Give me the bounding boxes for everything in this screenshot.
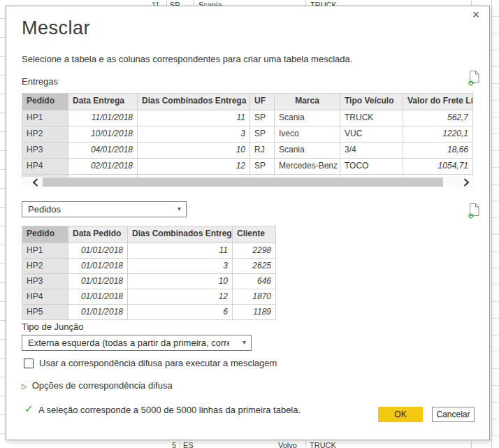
- table-cell[interactable]: RJ: [250, 143, 275, 159]
- table-cell[interactable]: 11: [128, 243, 233, 259]
- table-cell[interactable]: 01/01/2018: [68, 243, 128, 259]
- horizontal-scrollbar[interactable]: [22, 177, 474, 188]
- column-header[interactable]: Data Pedido: [68, 226, 128, 243]
- grid-line: [166, 0, 167, 6]
- table-cell[interactable]: 10: [138, 143, 250, 159]
- merge-dialog: × Mesclar Selecione a tabela e as coluna…: [6, 6, 490, 440]
- column-header[interactable]: Pedido: [22, 94, 68, 110]
- background-cell: TRUCK: [310, 1, 337, 6]
- table-cell[interactable]: 02/01/2018: [68, 159, 138, 175]
- background-cell: ES: [183, 441, 194, 448]
- first-table-label: Entregas: [22, 76, 58, 87]
- dialog-title: Mesclar: [22, 17, 90, 39]
- column-header[interactable]: Marca: [275, 94, 340, 110]
- refresh-preview-icon[interactable]: ⟳: [469, 203, 483, 219]
- column-header[interactable]: Dias Combinados Entrega: [128, 226, 233, 243]
- background-table-row-top: 11 SP Scania TRUCK: [0, 0, 499, 6]
- table-cell[interactable]: TRUCK: [340, 110, 403, 127]
- table-cell[interactable]: 11/01/2018: [68, 110, 138, 127]
- table-row: HP401/01/2018121870: [22, 289, 276, 305]
- column-header[interactable]: Dias Combinados Entrega: [138, 94, 250, 110]
- scroll-left-icon[interactable]: [31, 178, 40, 187]
- table-cell[interactable]: HP3: [22, 274, 68, 289]
- column-header[interactable]: Valor do Frete Líquido: [403, 94, 473, 110]
- table-cell[interactable]: 12: [128, 289, 233, 305]
- table-row: HP501/01/201861189: [22, 305, 276, 320]
- table-cell[interactable]: 18,66: [403, 143, 473, 159]
- join-kind-dropdown[interactable]: Externa esquerda (todas a partir da prim…: [22, 335, 252, 351]
- dialog-subtitle: Selecione a tabela e as colunas correspo…: [22, 54, 352, 64]
- table-cell[interactable]: Scania: [275, 110, 340, 127]
- background-grid-right: [491, 0, 499, 448]
- table-cell[interactable]: 1054,71: [403, 159, 473, 175]
- fuzzy-merge-checkbox[interactable]: [24, 359, 34, 368]
- table-cell[interactable]: 01/01/2018: [68, 259, 128, 274]
- fuzzy-options-label: Opções de correspondência difusa: [32, 380, 173, 391]
- table-cell[interactable]: 3/4: [340, 143, 403, 159]
- grid-line: [305, 441, 306, 448]
- column-header[interactable]: Tipo Veículo: [340, 94, 403, 110]
- table-cell[interactable]: 6: [128, 305, 233, 320]
- cancel-button[interactable]: Cancelar: [432, 407, 475, 422]
- table-cell[interactable]: HP2: [22, 127, 68, 143]
- column-header[interactable]: Data Entrega: [68, 94, 138, 110]
- refresh-arrows-icon: ⟳: [468, 80, 475, 87]
- table-cell[interactable]: 01/01/2018: [68, 274, 128, 289]
- column-header[interactable]: Pedido: [22, 226, 68, 243]
- table-cell[interactable]: 2625: [233, 259, 276, 274]
- table-cell[interactable]: SP: [250, 159, 275, 175]
- table-cell[interactable]: SP: [250, 127, 275, 143]
- table-cell[interactable]: HP1: [22, 110, 68, 127]
- chevron-right-icon: ▷: [22, 382, 27, 390]
- ok-button[interactable]: OK: [378, 407, 423, 422]
- background-grid-left: [0, 0, 6, 448]
- scrollbar-thumb[interactable]: [43, 178, 443, 187]
- table-cell[interactable]: 646: [233, 274, 276, 289]
- table-cell[interactable]: Mercedes-Benz: [275, 159, 340, 175]
- pedidos-table-preview: PedidoData PedidoDias Combinados Entrega…: [22, 226, 276, 320]
- table-cell[interactable]: 10/01/2018: [68, 127, 138, 143]
- table-cell[interactable]: 2298: [233, 243, 276, 259]
- table-cell[interactable]: Iveco: [275, 127, 340, 143]
- table-cell[interactable]: 562,7: [403, 110, 473, 127]
- table-cell[interactable]: 3: [138, 127, 250, 143]
- table-cell[interactable]: 3: [128, 259, 233, 274]
- grid-line: [194, 0, 194, 6]
- column-header[interactable]: UF: [250, 94, 275, 110]
- background-cell: 5: [172, 441, 176, 448]
- scroll-right-icon[interactable]: [462, 178, 470, 187]
- background-cell: Volvo: [278, 441, 297, 448]
- table-cell[interactable]: Scania: [275, 143, 340, 159]
- refresh-preview-icon[interactable]: ⟳: [469, 70, 483, 87]
- table-cell[interactable]: 1220,1: [403, 127, 473, 143]
- column-header[interactable]: Cliente: [233, 226, 276, 243]
- fuzzy-options-expander[interactable]: ▷Opções de correspondência difusa: [22, 380, 173, 391]
- table-cell[interactable]: 1189: [233, 305, 276, 320]
- table-cell[interactable]: 10: [128, 274, 233, 289]
- table-cell[interactable]: 01/01/2018: [68, 305, 128, 320]
- table-cell[interactable]: TOCO: [340, 159, 403, 175]
- table-cell[interactable]: HP1: [22, 243, 68, 259]
- table-cell[interactable]: HP3: [22, 143, 68, 159]
- table-row: HP301/01/201810646: [22, 274, 276, 289]
- table-cell[interactable]: 01/01/2018: [68, 289, 128, 305]
- join-kind-label: Tipo de Junção: [22, 321, 83, 332]
- table-cell[interactable]: HP4: [22, 159, 68, 175]
- table-cell[interactable]: HP4: [22, 289, 68, 305]
- table-cell[interactable]: HP2: [22, 259, 68, 274]
- dropdown-value: Pedidos: [28, 204, 61, 215]
- background-cell: Scania: [198, 1, 222, 6]
- grid-line: [180, 441, 180, 448]
- table-cell[interactable]: VUC: [340, 127, 403, 143]
- table-row: HP210/01/20183SPIvecoVUC1220,1: [22, 127, 474, 143]
- close-icon[interactable]: ×: [469, 8, 483, 22]
- chevron-down-icon: ▾: [243, 338, 246, 346]
- table-select-dropdown[interactable]: Pedidos ▾: [22, 201, 187, 217]
- table-cell[interactable]: 12: [138, 159, 250, 175]
- table-cell[interactable]: 04/01/2018: [68, 143, 138, 159]
- table-cell[interactable]: HP5: [22, 305, 68, 320]
- chevron-down-icon: ▾: [178, 205, 181, 212]
- table-cell[interactable]: 11: [138, 110, 250, 127]
- table-cell[interactable]: SP: [250, 110, 275, 127]
- table-cell[interactable]: 1870: [233, 289, 276, 305]
